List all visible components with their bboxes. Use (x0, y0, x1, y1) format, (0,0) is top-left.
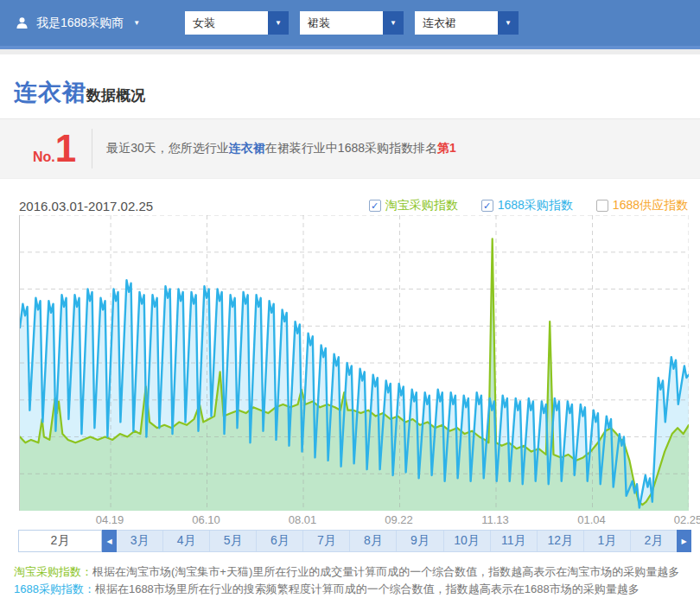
select-value: 连衣裙 (415, 11, 498, 35)
month-tab[interactable]: 11月 (491, 531, 538, 551)
month-select[interactable]: 2月 (18, 530, 102, 552)
next-month-button[interactable]: ▶ (677, 530, 691, 552)
page-title: 连衣裙 数据概况 (14, 77, 700, 108)
legend-label: 淘宝采购指数 (385, 198, 458, 213)
header-bar: 我是1688采购商 ▼ 女装▼裙装▼连衣裙▼ (0, 0, 700, 49)
rank-text-before: 最近30天，您所选行业 (106, 141, 229, 155)
note-text: 根据在1688市场里所在行业的搜索频繁程度计算而成的一个综合数值，指数越高表示在… (95, 582, 640, 595)
chevron-down-icon[interactable]: ▼ (268, 11, 289, 35)
x-tick-label: 11.13 (481, 513, 509, 526)
category-select-3[interactable]: 连衣裙▼ (415, 11, 519, 35)
chart-legend: ✓淘宝采购指数✓1688采购指数1688供应指数 (346, 198, 688, 213)
legend-item: ✓淘宝采购指数 (369, 198, 458, 213)
month-tab[interactable]: 4月 (163, 531, 210, 551)
checked-checkbox[interactable]: ✓ (369, 200, 381, 212)
user-icon (16, 16, 29, 29)
month-select-value: 2月 (51, 533, 70, 549)
category-select-1[interactable]: 女装▼ (185, 11, 289, 35)
note-label: 1688采购指数： (14, 582, 95, 595)
note-text: 根据在淘宝市场(淘宝集市+天猫)里所在行业的成交量计算而成的一个综合数值，指数越… (92, 565, 679, 578)
x-tick-label: 06.10 (192, 513, 220, 526)
month-tab[interactable]: 7月 (303, 531, 350, 551)
chevron-down-icon[interactable]: ▼ (383, 11, 404, 35)
rank-keyword: 连衣裙 (229, 141, 265, 155)
legend-label: 1688供应指数 (613, 198, 688, 213)
legend-item: 1688供应指数 (596, 198, 688, 213)
rank-banner: No. 1 最近30天，您所选行业连衣裙在裙装行业中1688采购指数排名第1 (0, 118, 700, 179)
month-tab[interactable]: 9月 (397, 531, 443, 551)
month-tab[interactable]: 8月 (350, 531, 397, 551)
x-tick-label: 08.01 (289, 513, 317, 526)
title-keyword: 连衣裙 (14, 77, 86, 108)
prev-month-button[interactable]: ◀ (102, 530, 117, 552)
rank-prefix: No. (33, 150, 55, 165)
header-divider-strip (0, 49, 700, 54)
caret-down-icon: ▼ (133, 19, 140, 27)
month-tab[interactable]: 10月 (444, 531, 491, 551)
chevron-right-icon: ▶ (681, 538, 686, 545)
unchecked-checkbox[interactable] (596, 200, 608, 212)
rank-number: 1 (55, 130, 76, 168)
month-tab[interactable]: 1月 (584, 531, 631, 551)
chart-area (19, 215, 688, 511)
footer-note: 淘宝采购指数：根据在淘宝市场(淘宝集市+天猫)里所在行业的成交量计算而成的一个综… (14, 563, 700, 581)
user-menu-label: 我是1688采购商 (36, 16, 124, 31)
note-label: 淘宝采购指数： (14, 565, 92, 578)
category-select-2[interactable]: 裙装▼ (300, 11, 404, 35)
footer-notes: 淘宝采购指数：根据在淘宝市场(淘宝集市+天猫)里所在行业的成交量计算而成的一个综… (14, 563, 700, 598)
footer-note: 1688采购指数：根据在1688市场里所在行业的搜索频繁程度计算而成的一个综合数… (14, 581, 700, 598)
chevron-left-icon: ◀ (106, 538, 111, 545)
rank-badge: No. 1 (33, 130, 76, 168)
month-tab[interactable]: 5月 (210, 531, 257, 551)
select-value: 女装 (185, 11, 268, 35)
chart-canvas (20, 215, 689, 511)
x-tick-label: 01.04 (577, 513, 606, 526)
month-tabs: 3月4月5月6月7月8月9月10月11月12月1月2月 (117, 530, 677, 552)
rank-text-middle: 在裙装行业中1688采购指数排名 (265, 141, 437, 155)
checked-checkbox[interactable]: ✓ (481, 200, 493, 212)
legend-item: ✓1688采购指数 (481, 198, 573, 213)
category-selects: 女装▼裙装▼连衣裙▼ (185, 11, 519, 35)
rank-description: 最近30天，您所选行业连衣裙在裙装行业中1688采购指数排名第1 (106, 141, 456, 156)
date-range-label: 2016.03.01-2017.02.25 (19, 199, 153, 213)
title-suffix: 数据概况 (86, 86, 145, 105)
user-menu[interactable]: 我是1688采购商 ▼ (16, 16, 140, 31)
x-tick-label: 02.25 (674, 513, 700, 526)
select-value: 裙装 (300, 11, 383, 35)
month-tab[interactable]: 6月 (257, 531, 303, 551)
x-tick-label: 09.22 (385, 513, 413, 526)
chart-header: 2016.03.01-2017.02.25 ✓淘宝采购指数✓1688采购指数16… (19, 196, 688, 215)
month-tab[interactable]: 2月 (631, 531, 677, 551)
banner-divider (92, 129, 92, 169)
month-bar: 2月 ◀ 3月4月5月6月7月8月9月10月11月12月1月2月 ▶ (18, 530, 691, 552)
x-tick-label: 04.19 (96, 513, 124, 526)
legend-label: 1688采购指数 (498, 198, 573, 213)
month-tab[interactable]: 3月 (117, 531, 163, 551)
rank-value: 第1 (437, 141, 456, 155)
chevron-down-icon[interactable]: ▼ (498, 11, 519, 35)
x-axis-labels: 04.1906.1008.0109.2211.1301.0402.25 (19, 511, 693, 528)
month-tab[interactable]: 12月 (538, 531, 584, 551)
